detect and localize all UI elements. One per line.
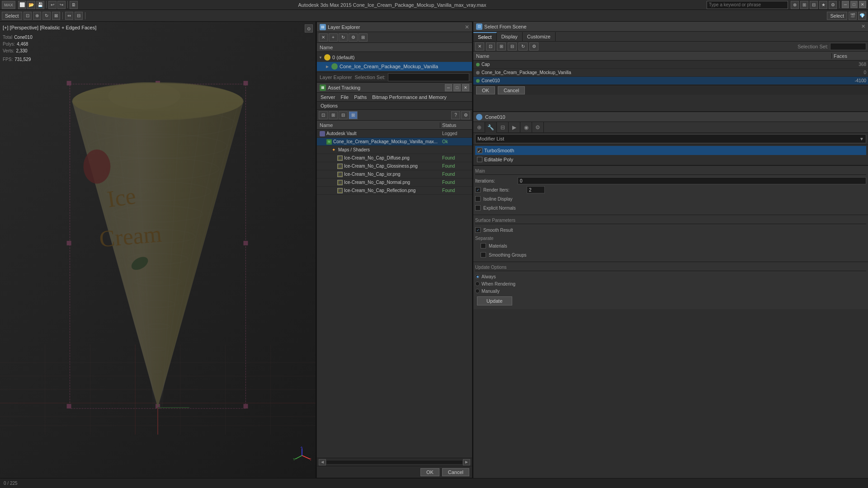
mod-tab-display[interactable]: ◉ — [520, 122, 532, 133]
sfs-tb4[interactable]: ⊟ — [508, 42, 517, 51]
le-add-btn[interactable]: + — [329, 33, 338, 42]
selection-set-input[interactable] — [388, 73, 469, 81]
at-btn2[interactable]: ⊞ — [329, 111, 338, 119]
modifier-editable-poly[interactable]: Editable Poly — [475, 155, 866, 164]
asset-cancel-btn[interactable]: Cancel — [442, 468, 469, 476]
layer-row-default[interactable]: ▼ 0 (default) — [317, 53, 472, 62]
close-btn[interactable]: ✕ — [859, 1, 866, 8]
isoline-checkbox[interactable] — [475, 196, 481, 202]
manually-radio[interactable] — [475, 289, 480, 293]
asset-menu-file[interactable]: File — [339, 94, 350, 100]
icon-btn-1[interactable]: ⊕ — [791, 1, 799, 9]
mod-tab-motion[interactable]: ▶ — [509, 122, 520, 133]
asset-row-normal[interactable]: ⬛ Ice-Cream_No_Cap_Normal.png Found — [317, 178, 472, 187]
asset-nav-right[interactable]: ▶ — [463, 459, 470, 465]
render-iters-checkbox[interactable] — [475, 187, 481, 192]
explicit-checkbox[interactable] — [475, 205, 481, 211]
smooth-result-checkbox[interactable] — [475, 227, 481, 233]
sfs-tab-select[interactable]: Select — [473, 32, 497, 41]
turbosmooth-checkbox[interactable] — [477, 148, 482, 153]
select-icon[interactable]: ⊡ — [24, 12, 32, 20]
at-btn4[interactable]: ⊠ — [349, 111, 358, 119]
sfs-row-vanilla[interactable]: Cone_Ice_Cream_Package_Mockup_Vanilla 0 — [473, 69, 868, 77]
sfs-tb1[interactable]: ✕ — [475, 42, 484, 51]
minimize-btn[interactable]: ─ — [842, 1, 849, 8]
sfs-close-btn[interactable]: ✕ — [861, 23, 865, 29]
le-extra-btn[interactable]: ⊞ — [359, 33, 368, 42]
icon-btn-3[interactable]: ⊟ — [810, 1, 818, 9]
asset-row-diffuse[interactable]: ⬛ Ice-Cream_No_Cap_Diffuse.png Found — [317, 154, 472, 162]
icon-btn-4[interactable]: ★ — [819, 1, 827, 9]
sfs-row-cap[interactable]: Cap 368 — [473, 61, 868, 69]
asset-menu-paths[interactable]: Paths — [352, 94, 368, 100]
epoly-checkbox[interactable] — [477, 157, 482, 162]
icon-btn-2[interactable]: ⊞ — [800, 1, 808, 9]
at-btn1[interactable]: ⊡ — [319, 111, 328, 119]
at-help-btn[interactable]: ? — [451, 111, 460, 119]
materials-checkbox[interactable] — [481, 243, 486, 249]
asset-row-maps[interactable]: ✦ Maps / Shaders — [317, 146, 472, 154]
scale-icon[interactable]: ⊠ — [52, 12, 60, 20]
asset-menu-bitmap[interactable]: Bitmap Performance and Memory — [370, 94, 448, 100]
sfs-tb3[interactable]: ⊞ — [497, 42, 506, 51]
layer-explorer-close[interactable]: ✕ — [465, 24, 469, 30]
asset-nav-left[interactable]: ◀ — [319, 459, 326, 465]
sfs-row-cone010[interactable]: Cone010 -4100 — [473, 77, 868, 85]
when-rendering-radio[interactable] — [475, 282, 480, 286]
asset-row-gloss[interactable]: ⬛ Ice-Cream_No_Cap_Glossiness.png Found — [317, 162, 472, 170]
asset-menu-options[interactable]: Options — [319, 103, 340, 108]
render-iters-input[interactable] — [527, 186, 545, 193]
asset-row-ior[interactable]: ⬛ Ice-Cream_No_Cap_ior.png Found — [317, 170, 472, 178]
asset-menu-server[interactable]: Server — [319, 94, 337, 100]
mod-tab-utilities[interactable]: ⚙ — [532, 122, 544, 133]
sfs-tab-customize[interactable]: Customize — [523, 32, 556, 41]
le-close-btn[interactable]: ✕ — [319, 33, 328, 42]
rotate-icon[interactable]: ↻ — [42, 12, 51, 20]
smoothing-checkbox[interactable] — [481, 252, 486, 258]
update-button[interactable]: Update — [477, 296, 512, 305]
asset-minimize-btn[interactable]: ─ — [445, 84, 452, 91]
mod-tab-create[interactable]: ⊕ — [473, 122, 485, 133]
asset-close-btn[interactable]: ✕ — [462, 84, 469, 91]
align-icon[interactable]: ⊟ — [75, 12, 83, 20]
sfs-tab-display[interactable]: Display — [497, 32, 523, 41]
asset-row-cone[interactable]: M Cone_Ice_Cream_Package_Mockup_Vanilla_… — [317, 138, 472, 146]
sfs-tb5[interactable]: ↻ — [519, 42, 528, 51]
asset-row-vault[interactable]: Autodesk Vault Logged — [317, 130, 472, 138]
redo-icon[interactable]: ↪ — [57, 1, 66, 9]
restore-btn[interactable]: □ — [850, 1, 858, 8]
save-icon[interactable]: 💾 — [36, 1, 44, 9]
layer-row-cone[interactable]: ▶ Cone_Ice_Cream_Package_Mockup_Vanilla — [317, 62, 472, 71]
undo-icon[interactable]: ↩ — [48, 1, 57, 9]
at-btn3[interactable]: ⊟ — [339, 111, 348, 119]
sfs-ok-btn[interactable]: OK — [476, 86, 495, 94]
sfs-tb6[interactable]: ⚙ — [529, 42, 538, 51]
vp-orbit-icon[interactable]: ⊙ — [305, 24, 313, 33]
asset-row-reflect[interactable]: ⬛ Ice-Cream_No_Cap_Reflection.png Found — [317, 187, 472, 195]
modifier-turbosmooth[interactable]: TurboSmooth — [475, 146, 866, 155]
at-settings-btn[interactable]: ⚙ — [461, 111, 470, 119]
new-icon[interactable]: ⬜ — [18, 1, 26, 9]
render-icon[interactable]: 🎬 — [849, 12, 857, 20]
select-menu-btn[interactable]: Select — [2, 12, 22, 20]
le-refresh-btn[interactable]: ↻ — [339, 33, 348, 42]
sfs-cancel-btn[interactable]: Cancel — [498, 86, 525, 94]
mat-icon[interactable]: 💎 — [858, 12, 866, 20]
select-menu-btn-2[interactable]: Select — [827, 12, 847, 20]
viewport-3d[interactable]: Ice Cream [+] [Perspective] [Realistic +… — [0, 22, 316, 478]
mod-tab-hierarchy[interactable]: ⊟ — [497, 122, 509, 133]
asset-restore-btn[interactable]: □ — [453, 84, 461, 91]
sel-set-input[interactable] — [830, 43, 866, 50]
move-icon[interactable]: ⊕ — [33, 12, 41, 20]
asset-ok-btn[interactable]: OK — [420, 468, 439, 476]
search-input[interactable] — [707, 1, 788, 9]
mod-tab-modify[interactable]: 🔧 — [485, 122, 497, 133]
modifier-list-dropdown[interactable]: Modifier List ▼ — [475, 134, 866, 143]
asset-scrollbar[interactable] — [326, 460, 463, 465]
file-icon[interactable]: 🗎 — [70, 1, 78, 9]
le-settings-btn[interactable]: ⚙ — [349, 33, 358, 42]
always-radio[interactable] — [475, 274, 480, 279]
sfs-tb2[interactable]: ⊡ — [486, 42, 495, 51]
open-icon[interactable]: 📂 — [27, 1, 35, 9]
iterations-input[interactable] — [518, 177, 866, 184]
